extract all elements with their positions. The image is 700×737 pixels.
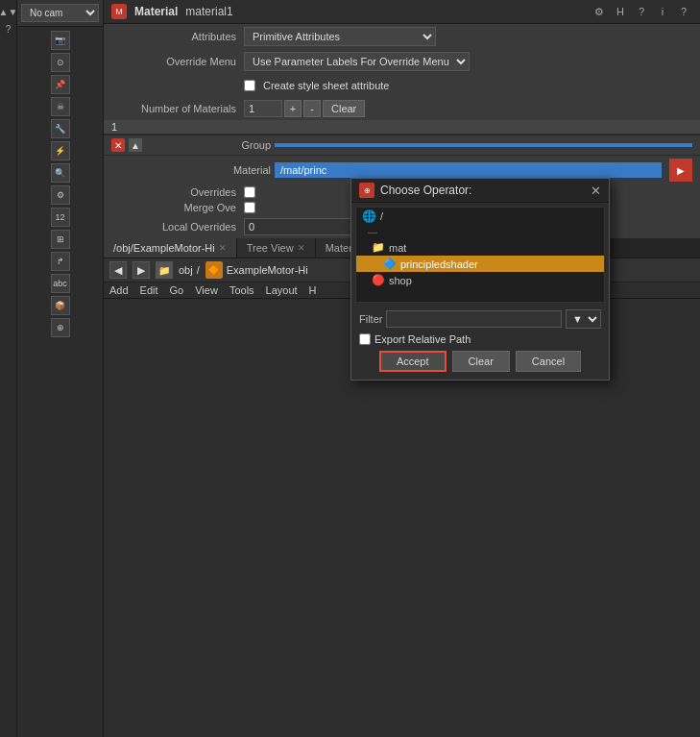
clear-dialog-button[interactable]: Clear (452, 351, 510, 372)
cancel-button[interactable]: Cancel (516, 351, 581, 372)
operator-tree: 🌐 / — 📁 mat 🔷 principle (355, 207, 605, 303)
choose-operator-dialog: ⊕ Choose Operator: ✕ 🌐 / — (350, 178, 610, 381)
dialog-content: 🌐 / — 📁 mat 🔷 principle (351, 203, 609, 380)
dialog-header: ⊕ Choose Operator: ✕ (351, 179, 609, 203)
tree-item-mat-label: mat (389, 242, 406, 254)
filter-label: Filter (359, 313, 382, 325)
tree-item-mat[interactable]: 📁 mat (356, 239, 604, 256)
dialog-close-btn[interactable]: ✕ (591, 184, 601, 198)
filter-dropdown[interactable]: ▼ (566, 309, 601, 329)
filter-input[interactable] (386, 310, 562, 328)
dialog-icon: ⊕ (359, 183, 374, 198)
tree-item-shader-label: principledshader (400, 258, 478, 270)
tree-item-root-label: / (380, 210, 383, 222)
shop-icon: 🔴 (372, 274, 385, 286)
globe-icon: 🌐 (362, 209, 376, 223)
dialog-buttons: Accept Clear Cancel (355, 347, 605, 376)
tree-item-shop-label: shop (389, 275, 412, 286)
mat-folder-icon: 📁 (372, 241, 385, 254)
shader-icon: 🔷 (383, 258, 397, 270)
main-container: ▲▼ ? No cam 📷 ⊙ 📌 ☠ 🔧 ⚡ 🔍 ⚙ 12 ⊞ ↱ abc 📦… (0, 0, 700, 737)
export-relative-label: Export Relative Path (374, 333, 471, 345)
tree-item-principledshader[interactable]: 🔷 principledshader (356, 256, 604, 272)
tree-item-shop[interactable]: 🔴 shop (356, 272, 604, 288)
export-relative-checkbox[interactable] (359, 333, 371, 345)
filter-row: Filter ▼ (355, 307, 605, 332)
tree-item-dash: — (356, 225, 604, 239)
export-row: Export Relative Path (355, 332, 605, 347)
accept-button[interactable]: Accept (379, 351, 447, 372)
dialog-title: Choose Operator: (380, 184, 585, 197)
modal-overlay: ⊕ Choose Operator: ✕ 🌐 / — (0, 0, 700, 737)
tree-item-root[interactable]: 🌐 / (356, 208, 604, 225)
